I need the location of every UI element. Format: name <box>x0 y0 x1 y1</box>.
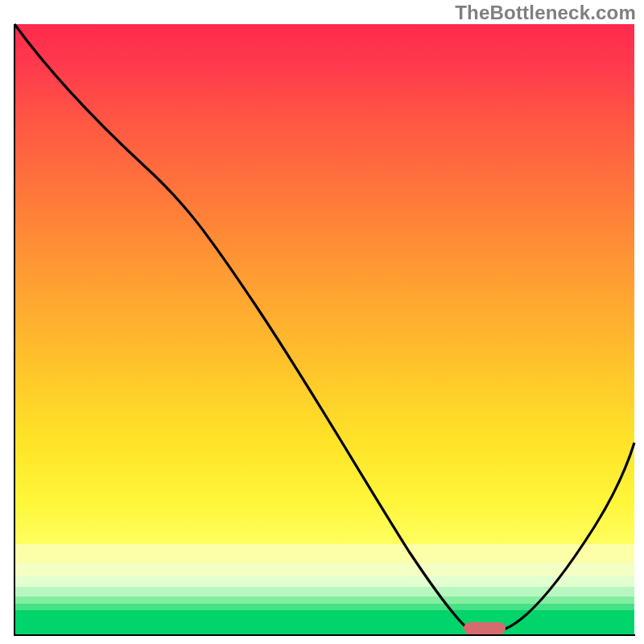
plot-area <box>14 24 634 636</box>
chart-canvas: TheBottleneck.com <box>0 0 644 644</box>
watermark-text: TheBottleneck.com <box>455 2 636 24</box>
optimal-range-marker <box>464 622 506 634</box>
x-axis-line <box>14 634 635 636</box>
bottleneck-curve <box>14 24 634 636</box>
y-axis-line <box>14 24 15 636</box>
